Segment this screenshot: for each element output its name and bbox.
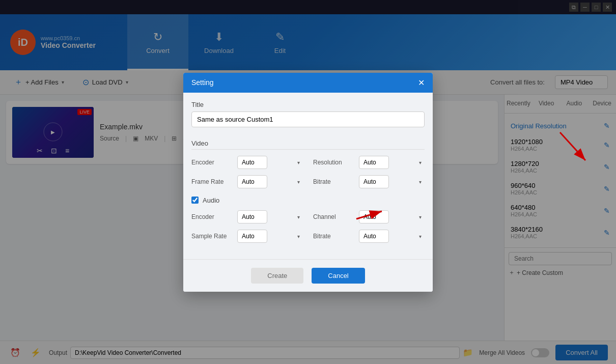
audio-bitrate-select[interactable]: Auto [359,230,389,243]
audio-checkbox[interactable] [191,197,199,204]
audio-bitrate-label: Bitrate [313,233,354,240]
samplerate-label: Sample Rate [191,233,232,240]
modal-footer: Create Cancel [183,259,433,292]
video-bitrate-select[interactable]: Auto [359,175,389,188]
samplerate-row: Sample Rate Auto [191,230,303,243]
video-bitrate-row: Bitrate Auto [313,175,425,188]
framerate-row: Frame Rate Auto [191,175,303,188]
channel-row: Channel Auto [313,210,425,223]
modal-title: Setting [191,78,214,87]
resolution-select[interactable]: Auto [359,156,389,169]
svg-line-4 [560,132,585,160]
modal-close-button[interactable]: ✕ [418,78,425,88]
video-bitrate-label: Bitrate [313,178,354,185]
settings-modal: Setting ✕ Title Video Encoder Auto [183,73,433,292]
resolution-label: Resolution [313,159,354,166]
title-label: Title [191,101,425,108]
audio-section-title: Audio [203,197,219,204]
audio-form-grid: Encoder Auto Channel Auto [191,210,425,243]
title-section: Title [191,101,425,127]
cancel-button[interactable]: Cancel [312,268,365,284]
audio-encoder-row: Encoder Auto [191,210,303,223]
modal-body: Title Video Encoder Auto [183,93,433,259]
video-form-grid: Encoder Auto Resolution Auto [191,156,425,188]
audio-encoder-select[interactable]: Auto [237,210,267,223]
audio-header: Audio [191,197,425,204]
encoder-label: Encoder [191,159,232,166]
samplerate-select[interactable]: Auto [237,230,267,243]
framerate-label: Frame Rate [191,178,232,185]
modal-overlay: Setting ✕ Title Video Encoder Auto [0,0,616,364]
encoder-row: Encoder Auto [191,156,303,169]
channel-select[interactable]: Auto [359,210,389,223]
resolution-row: Resolution Auto [313,156,425,169]
video-section: Video Encoder Auto Resolution [191,135,425,188]
encoder-select[interactable]: Auto [237,156,267,169]
audio-encoder-label: Encoder [191,213,232,220]
title-input[interactable] [191,111,425,127]
channel-label: Channel [313,213,354,220]
create-button[interactable]: Create [251,268,303,284]
framerate-select[interactable]: Auto [237,175,267,188]
modal-header: Setting ✕ [183,73,433,93]
audio-bitrate-row: Bitrate Auto [313,230,425,243]
video-section-title: Video [191,135,425,150]
audio-section: Audio Encoder Auto Channel [191,197,425,243]
